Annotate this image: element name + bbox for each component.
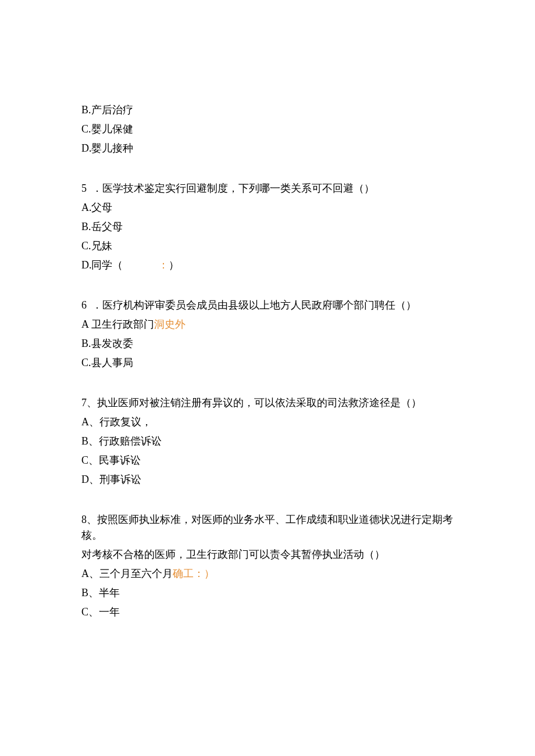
option-b: B、行政赔偿诉讼	[81, 433, 454, 449]
option-a-prefix: A 卫生行政部门	[81, 318, 154, 330]
option-b: B.岳父母	[81, 219, 454, 235]
question-number: 8、	[81, 514, 97, 525]
option-a-orange: 洞史外	[154, 318, 186, 330]
option-a: A、三个月至六个月确工：）	[81, 566, 454, 582]
option-d: D.婴儿接种	[81, 141, 454, 156]
question-text-line1: 按照医师执业标准，对医师的业务水平、工作成绩和职业道德状况进行定期考核。	[81, 514, 453, 541]
question-number: 7、	[81, 397, 97, 409]
option-a: A 卫生行政部门洞史外	[81, 317, 454, 332]
option-c: C.兄妹	[81, 238, 454, 254]
option-d-suffix: ）	[169, 259, 179, 271]
option-a-prefix: A、三个月至六个月	[81, 568, 173, 579]
question-text: 医疗机构评审委员会成员由县级以上地方人民政府哪个部门聘任（）	[102, 299, 416, 311]
option-a: A、行政复议，	[81, 414, 454, 430]
option-b: B.产后治疗	[81, 102, 454, 118]
question-text-line2: 对考核不合格的医师，卫生行政部门可以责令其暂停执业活动（）	[81, 549, 385, 560]
option-d-orange: ：	[158, 259, 169, 271]
option-d: D.同学（：）	[81, 257, 454, 273]
option-a-orange: 确工：）	[173, 568, 215, 579]
option-c: C.婴儿保健	[81, 121, 454, 137]
option-d: D、刑事诉讼	[81, 472, 454, 488]
question-6: 6 ．医疗机构评审委员会成员由县级以上地方人民政府哪个部门聘任（） A 卫生行政…	[81, 298, 454, 371]
question-5-stem: 5 ．医学技术鉴定实行回避制度，下列哪一类关系可不回避（）	[81, 181, 454, 196]
document-page: B.产后治疗 C.婴儿保健 D.婴儿接种 5 ．医学技术鉴定实行回避制度，下列哪…	[0, 0, 535, 726]
question-text: 执业医师对被注销注册有异议的，可以依法采取的司法救济途径是（）	[97, 397, 422, 409]
option-a: A.父母	[81, 200, 454, 216]
option-b: B、半年	[81, 585, 454, 601]
option-c: C、一年	[81, 604, 454, 620]
question-6-stem: 6 ．医疗机构评审委员会成员由县级以上地方人民政府哪个部门聘任（）	[81, 298, 454, 313]
question-8-stem-line1: 8、按照医师执业标准，对医师的业务水平、工作成绩和职业道德状况进行定期考核。	[81, 512, 454, 543]
option-b: B.县发改委	[81, 336, 454, 352]
question-4-partial: B.产后治疗 C.婴儿保健 D.婴儿接种	[81, 102, 454, 156]
question-7: 7、执业医师对被注销注册有异议的，可以依法采取的司法救济途径是（） A、行政复议…	[81, 395, 454, 488]
question-8-stem-line2: 对考核不合格的医师，卫生行政部门可以责令其暂停执业活动（）	[81, 547, 454, 562]
question-7-stem: 7、执业医师对被注销注册有异议的，可以依法采取的司法救济途径是（）	[81, 395, 454, 411]
option-c: C.县人事局	[81, 355, 454, 371]
question-number: 5	[81, 181, 87, 196]
question-sep: ．	[92, 182, 102, 194]
option-c: C、民事诉讼	[81, 453, 454, 468]
question-8: 8、按照医师执业标准，对医师的业务水平、工作成绩和职业道德状况进行定期考核。 对…	[81, 512, 454, 620]
question-text: 医学技术鉴定实行回避制度，下列哪一类关系可不回避（）	[102, 182, 374, 194]
option-d-prefix: D.同学（	[81, 259, 123, 271]
question-5: 5 ．医学技术鉴定实行回避制度，下列哪一类关系可不回避（） A.父母 B.岳父母…	[81, 181, 454, 273]
question-sep: ．	[92, 299, 102, 311]
question-number: 6	[81, 298, 87, 313]
